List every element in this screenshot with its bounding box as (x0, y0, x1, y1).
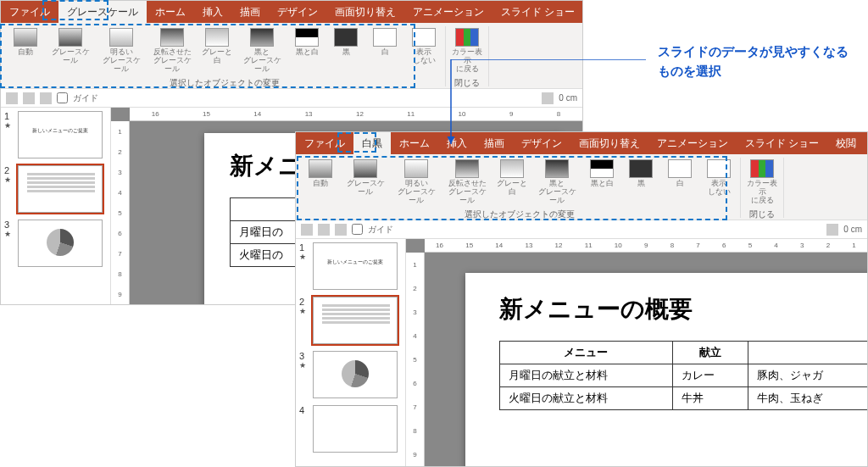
thumbnail-row[interactable]: 4 (299, 405, 402, 453)
guide-checkbox[interactable] (352, 224, 363, 235)
mode-swatch-icon (500, 159, 524, 178)
tab-design[interactable]: デザイン (269, 1, 326, 23)
tab-insert[interactable]: 挿入 (438, 132, 476, 154)
tab-draw[interactable]: 描画 (231, 1, 269, 23)
mode-button-9[interactable]: 表示 しない (406, 26, 442, 67)
slide-thumbnail[interactable] (18, 220, 103, 267)
tab-help[interactable]: ヘルプ (695, 1, 743, 23)
ruler-tick: 3 (800, 242, 804, 249)
thumb-number: 2★ (299, 297, 309, 315)
slide-thumbnail[interactable] (313, 297, 398, 344)
cursor-icon[interactable] (301, 224, 313, 236)
close-label[interactable]: 閉じる (749, 208, 775, 220)
ruler-tick: 8 (413, 427, 416, 435)
group-change-object: 自動グレースケール明るい グレースケール反転させた グレースケールグレーと白黒と… (4, 26, 446, 86)
thumb-number: 3★ (299, 351, 309, 370)
mode-button-7[interactable]: 黒 (623, 158, 659, 190)
spinbox-value[interactable]: 0 cm (843, 225, 862, 234)
mode-button-4[interactable]: グレーと白 (494, 158, 530, 198)
mode-button-0[interactable]: 自動 (8, 26, 43, 58)
spinbox-value[interactable]: 0 cm (559, 93, 577, 103)
slide-thumbnail[interactable] (313, 351, 398, 398)
back-to-color-button[interactable]: カラー表示 に戻る (744, 158, 780, 207)
mode-button-1[interactable]: グレースケール (342, 158, 389, 198)
mode-button-1[interactable]: グレースケール (47, 26, 94, 67)
tab-animations[interactable]: アニメーション (404, 1, 492, 23)
slide-thumbnail[interactable] (18, 165, 103, 213)
guide-checkbox[interactable] (57, 92, 68, 103)
thumbnail-row[interactable]: 3★ (4, 220, 107, 267)
thumbnail-row[interactable]: 1★新しいメニューのご提案 (299, 242, 402, 290)
tab-view[interactable]: 表示 (865, 132, 868, 154)
ruler-icon[interactable] (318, 224, 330, 236)
mode-button-2[interactable]: 明るい グレースケール (97, 26, 145, 75)
mode-button-4[interactable]: グレーと白 (199, 26, 235, 67)
mode-button-8[interactable]: 白 (662, 158, 698, 190)
align-icon[interactable] (542, 92, 554, 104)
tab-grayscale[interactable]: グレースケール (58, 1, 147, 23)
mode-button-0[interactable]: 自動 (303, 158, 338, 190)
tab-design[interactable]: デザイン (513, 132, 570, 154)
mode-button-8[interactable]: 白 (367, 26, 403, 58)
grid-icon[interactable] (40, 92, 52, 104)
thumbnail-row[interactable]: 2★ (299, 297, 402, 344)
thumbnail-row[interactable]: 1★新しいメニューのご提案 (4, 111, 107, 158)
mode-swatch-icon (707, 159, 731, 178)
slide-thumbnail[interactable] (313, 405, 398, 453)
secondary-toolbar: ガイド 0 cm (1, 89, 582, 108)
ruler-tick: 2 (118, 148, 121, 156)
grid-icon[interactable] (335, 224, 347, 236)
ruler-tick: 6 (413, 380, 416, 387)
color-swatch-icon (455, 28, 479, 47)
ruler-tick: 1 (413, 261, 416, 269)
tab-review[interactable]: 校閲 (827, 132, 865, 154)
mode-swatch-icon (58, 28, 82, 47)
thumbnail-row[interactable]: 3★ (299, 351, 402, 398)
mode-button-7[interactable]: 黒 (328, 26, 364, 58)
tab-home[interactable]: ホーム (391, 132, 438, 154)
tab-file[interactable]: ファイル (296, 132, 353, 154)
ruler-icon[interactable] (23, 92, 35, 104)
thumbnail-row[interactable]: 2★ (4, 165, 107, 213)
tab-slideshow[interactable]: スライド ショー (492, 1, 583, 23)
tab-slideshow[interactable]: スライド ショー (737, 132, 827, 154)
tab-transitions[interactable]: 画面切り替え (570, 132, 648, 154)
tab-transitions[interactable]: 画面切り替え (326, 1, 404, 23)
tab-review[interactable]: 校閲 (583, 1, 620, 23)
mode-button-5[interactable]: 黒と グレースケール (533, 158, 581, 207)
mode-swatch-icon (250, 28, 274, 47)
mode-button-2[interactable]: 明るい グレースケール (392, 158, 440, 207)
mode-label: 明るい グレースケール (394, 180, 438, 205)
tab-draw[interactable]: 描画 (476, 132, 513, 154)
align-icon[interactable] (826, 224, 838, 236)
mode-button-6[interactable]: 黒と白 (289, 26, 325, 58)
annotation-text: スライドのデータが見やすくなるものを選択 (658, 42, 853, 81)
mode-button-3[interactable]: 反転させた グレースケール (443, 158, 491, 207)
tab-view[interactable]: 表示 (620, 1, 658, 23)
ruler-tick: 9 (413, 451, 416, 459)
ruler-tick: 1 (118, 128, 121, 136)
horizontal-ruler: 16151413121110987654321 (425, 239, 867, 253)
tab-insert[interactable]: 挿入 (194, 1, 231, 23)
tab-home[interactable]: ホーム (147, 1, 194, 23)
table-cell: 月曜日の献立と材料 (500, 364, 673, 387)
tab-developer[interactable]: 開発 (658, 1, 695, 23)
tab-file[interactable]: ファイル (1, 1, 58, 23)
tab-blackwhite[interactable]: 白黒 (353, 132, 391, 154)
mode-button-3[interactable]: 反転させた グレースケール (148, 26, 196, 75)
slide-table: メニュー 献立 月曜日の献立と材料 カレー 豚肉、ジャガ 火曜日の献立と材料 牛… (499, 341, 867, 410)
slide-content[interactable]: 新メニューの概要 メニュー 献立 月曜日の献立と材料 カレー 豚肉、ジャガ 火曜… (465, 273, 867, 466)
vertical-ruler: 123456789 (406, 253, 425, 466)
cursor-icon[interactable] (6, 92, 18, 104)
mode-button-5[interactable]: 黒と グレースケール (238, 26, 286, 75)
mode-button-9[interactable]: 表示 しない (701, 158, 737, 198)
ruler-tick: 11 (585, 242, 593, 249)
slide-thumbnail[interactable]: 新しいメニューのご提案 (313, 242, 398, 290)
mode-label: 黒と白 (591, 180, 614, 188)
tab-animations[interactable]: アニメーション (648, 132, 737, 154)
close-label[interactable]: 閉じる (454, 77, 480, 89)
back-to-color-button[interactable]: カラー表示 に戻る (449, 26, 485, 75)
ruler-tick: 8 (557, 110, 560, 118)
slide-thumbnail[interactable]: 新しいメニューのご提案 (18, 111, 103, 158)
mode-button-6[interactable]: 黒と白 (584, 158, 620, 190)
